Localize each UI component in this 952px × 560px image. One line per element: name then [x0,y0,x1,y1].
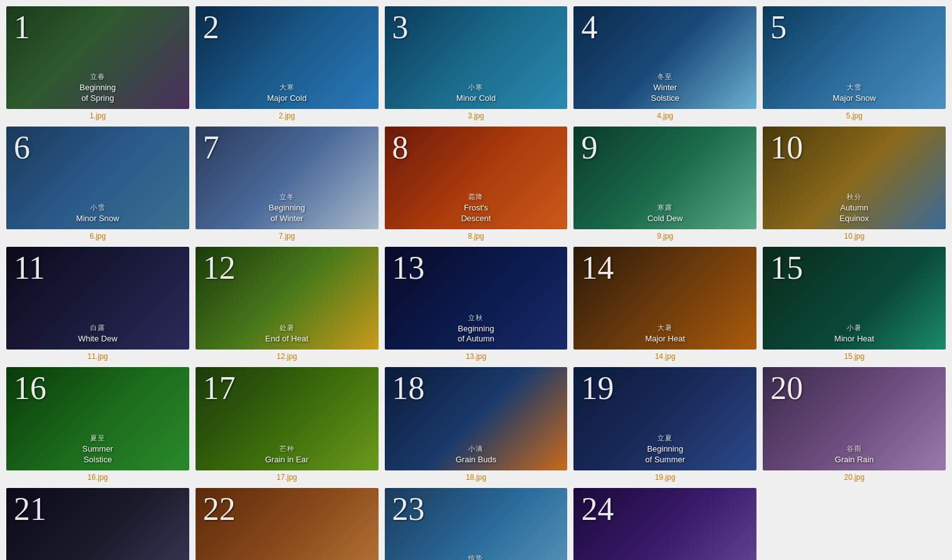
thumb-overlay-5: 5 大雪 Major Snow [763,6,946,109]
thumbnail-14[interactable]: 14 大暑 Major Heat [573,247,756,350]
thumbnail-12[interactable]: 12 处暑 End of Heat [196,247,379,350]
thumb-chinese-6: 小雪 [90,203,105,212]
thumb-number-9: 9 [581,132,597,164]
thumb-overlay-18: 18 小满 Grain Buds [385,367,568,470]
thumb-title-6: Minor Snow [76,214,120,224]
grid-item-16[interactable]: 16 夏至 SummerSolstice 16.jpg [6,367,189,481]
filename-2: 2.jpg [279,111,295,120]
filename-18: 18.jpg [466,473,486,482]
grid-item-11[interactable]: 11 白露 White Dew 11.jpg [6,247,189,361]
thumbnail-7[interactable]: 7 立冬 Beginningof Winter [196,127,379,229]
grid-item-14[interactable]: 14 大暑 Major Heat 14.jpg [573,247,756,361]
filename-10: 10.jpg [844,232,865,241]
thumbnail-22[interactable]: 22 春分 Spring Equinox [196,488,379,561]
thumb-title-20: Grain Rain [835,455,874,465]
thumb-number-19: 19 [581,372,614,405]
thumbnail-24[interactable]: 24 雨水 Rain Water [573,488,756,561]
thumbnail-16[interactable]: 16 夏至 SummerSolstice [6,367,189,470]
grid-item-10[interactable]: 10 秋分 AutumnEquinox 10.jpg [763,127,946,241]
grid-item-21[interactable]: 21 清明 Pure Brightness 21.jpg [6,488,189,561]
grid-item-15[interactable]: 15 小暑 Minor Heat 15.jpg [763,247,946,361]
filename-13: 13.jpg [466,352,486,361]
thumb-chinese-5: 大雪 [847,83,862,92]
thumbnail-9[interactable]: 9 寒露 Cold Dew [573,127,756,229]
thumb-overlay-2: 2 大寒 Major Cold [196,6,379,109]
thumb-chinese-8: 霜降 [468,192,483,202]
thumb-overlay-17: 17 芒种 Grain in Ear [196,367,379,470]
thumb-title-19: Beginningof Summer [646,444,686,465]
thumbnail-23[interactable]: 23 惊蛰 Awakeningof Insects [385,488,568,561]
thumbnail-8[interactable]: 8 霜降 Frost'sDescent [385,127,568,229]
grid-item-1[interactable]: 1 立春 Beginningof Spring 1.jpg [6,6,189,120]
thumb-overlay-3: 3 小寒 Minor Cold [385,6,568,109]
grid-item-17[interactable]: 17 芒种 Grain in Ear 17.jpg [196,367,379,481]
grid-item-18[interactable]: 18 小满 Grain Buds 18.jpg [385,367,568,481]
thumbnail-13[interactable]: 13 立秋 Beginningof Autumn [385,247,568,350]
thumbnail-17[interactable]: 17 芒种 Grain in Ear [196,367,379,470]
image-grid: 1 立春 Beginningof Spring 1.jpg 2 大寒 Major… [6,6,946,560]
thumb-chinese-18: 小满 [468,444,483,454]
grid-item-6[interactable]: 6 小雪 Minor Snow 6.jpg [6,127,189,241]
thumb-title-2: Major Cold [267,93,306,104]
thumb-overlay-15: 15 小暑 Minor Heat [763,247,946,350]
thumb-number-15: 15 [770,252,803,284]
thumbnail-18[interactable]: 18 小满 Grain Buds [385,367,568,470]
thumbnail-1[interactable]: 1 立春 Beginningof Spring [6,6,189,109]
thumb-number-4: 4 [581,11,597,44]
grid-item-4[interactable]: 4 冬至 WinterSolstice 4.jpg [573,6,756,120]
filename-8: 8.jpg [468,232,484,241]
thumb-title-1: Beginningof Spring [80,83,116,104]
thumb-chinese-17: 芒种 [280,444,295,454]
thumbnail-11[interactable]: 11 白露 White Dew [6,247,189,350]
thumb-overlay-14: 14 大暑 Major Heat [573,247,756,350]
thumb-title-5: Major Snow [833,93,876,104]
thumb-overlay-7: 7 立冬 Beginningof Winter [196,127,379,229]
thumbnail-4[interactable]: 4 冬至 WinterSolstice [573,6,756,109]
thumb-overlay-4: 4 冬至 WinterSolstice [573,6,756,109]
filename-9: 9.jpg [657,232,673,241]
thumbnail-5[interactable]: 5 大雪 Major Snow [763,6,946,109]
thumb-number-23: 23 [392,493,425,526]
thumb-chinese-3: 小寒 [468,83,483,92]
grid-item-12[interactable]: 12 处暑 End of Heat 12.jpg [196,247,379,361]
thumbnail-10[interactable]: 10 秋分 AutumnEquinox [763,127,946,229]
grid-item-24[interactable]: 24 雨水 Rain Water 24.jpg [573,488,756,561]
thumb-overlay-8: 8 霜降 Frost'sDescent [385,127,568,229]
thumbnail-3[interactable]: 3 小寒 Minor Cold [385,6,568,109]
thumb-overlay-10: 10 秋分 AutumnEquinox [763,127,946,229]
thumb-number-21: 21 [14,493,46,526]
filename-5: 5.jpg [846,111,862,120]
filename-6: 6.jpg [90,232,106,241]
filename-20: 20.jpg [844,473,865,482]
grid-item-19[interactable]: 19 立夏 Beginningof Summer 19.jpg [573,367,756,481]
thumbnail-6[interactable]: 6 小雪 Minor Snow [6,127,189,229]
thumb-title-13: Beginningof Autumn [458,324,494,345]
grid-item-3[interactable]: 3 小寒 Minor Cold 3.jpg [385,6,568,120]
grid-item-8[interactable]: 8 霜降 Frost'sDescent 8.jpg [385,127,568,241]
filename-16: 16.jpg [88,473,108,482]
grid-item-23[interactable]: 23 惊蛰 Awakeningof Insects 23.jpg [385,488,568,561]
thumbnail-15[interactable]: 15 小暑 Minor Heat [763,247,946,350]
grid-item-2[interactable]: 2 大寒 Major Cold 2.jpg [196,6,379,120]
thumb-number-1: 1 [14,11,30,44]
thumb-chinese-10: 秋分 [847,192,862,202]
thumb-title-4: WinterSolstice [651,83,680,104]
thumb-number-22: 22 [203,493,236,526]
grid-item-20[interactable]: 20 谷雨 Grain Rain 20.jpg [763,367,946,481]
grid-item-7[interactable]: 7 立冬 Beginningof Winter 7.jpg [196,127,379,241]
thumbnail-19[interactable]: 19 立夏 Beginningof Summer [573,367,756,470]
grid-item-22[interactable]: 22 春分 Spring Equinox 22.jpg [196,488,379,561]
grid-item-5[interactable]: 5 大雪 Major Snow 5.jpg [763,6,946,120]
thumb-number-2: 2 [203,11,219,44]
thumbnail-21[interactable]: 21 清明 Pure Brightness [6,488,189,561]
thumb-number-10: 10 [770,132,803,164]
grid-item-13[interactable]: 13 立秋 Beginningof Autumn 13.jpg [385,247,568,361]
thumb-overlay-22: 22 春分 Spring Equinox [196,488,379,561]
thumbnail-20[interactable]: 20 谷雨 Grain Rain [763,367,946,470]
thumb-number-24: 24 [581,493,614,526]
thumb-title-12: End of Heat [265,334,308,345]
grid-item-9[interactable]: 9 寒露 Cold Dew 9.jpg [573,127,756,241]
thumb-chinese-2: 大寒 [280,83,295,92]
thumbnail-2[interactable]: 2 大寒 Major Cold [196,6,379,109]
thumb-overlay-9: 9 寒露 Cold Dew [573,127,756,229]
